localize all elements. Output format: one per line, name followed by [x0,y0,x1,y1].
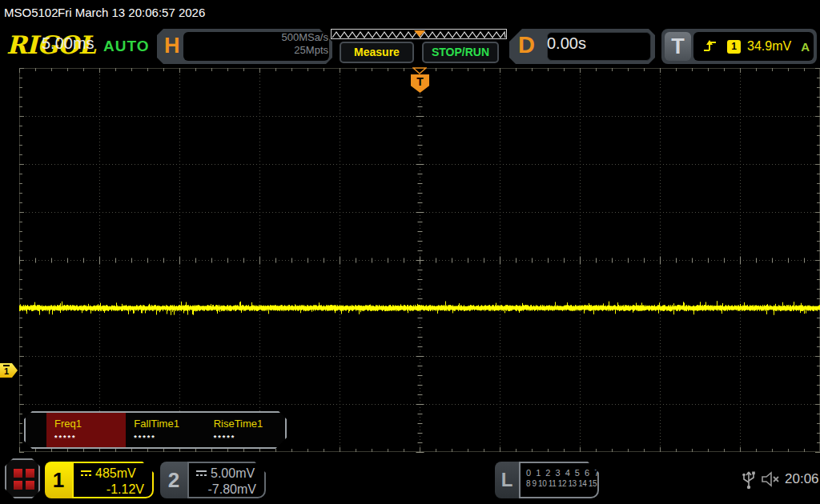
measurement-results-box: Freq1 ***** FallTime1 ***** RiseTime1 **… [24,411,287,449]
channel1-scale: 485mV [95,466,136,482]
measure-button[interactable]: Measure [340,42,414,63]
menu-grid-button[interactable] [5,458,40,498]
channel2-number: 2 [160,462,187,498]
logic-label: L [495,462,519,498]
datetime-label: Fri March 13 20:06:57 2026 [58,6,205,19]
trigger-source-badge: 1 [727,40,741,54]
horizontal-label: H [164,34,180,58]
logic-analyzer-block[interactable]: L 0 1 2 3 4 5 6 7 8 9 10 11 12 13 14 15 [495,462,599,498]
trigger-level-value: 34.9mV [747,39,791,54]
timebase-value: 5.00ms [42,34,94,53]
oscilloscope-screen: MSO5102 Fri March 13 20:06:57 2026 RIGOL… [0,0,820,504]
channel2-values: 5.00mV -7.80mV [187,462,266,498]
waveform-graticule [0,67,820,454]
memory-position-pointer-icon [414,30,425,37]
channel1-values: 485mV -1.12V [72,462,154,498]
muted-speaker-icon[interactable] [761,470,780,488]
channel2-status-block[interactable]: 2 5.00mV -7.80mV [160,462,266,498]
channel2-offset: -7.80mV [195,482,258,497]
channel1-offset: -1.12V [80,482,146,497]
dc-coupling-icon [195,470,207,478]
measurement-freq1[interactable]: Freq1 ***** [46,413,126,447]
rising-edge-icon [703,39,718,54]
memory-depth: 25Mpts [210,44,328,57]
stop-run-button[interactable]: STOP/RUN [422,42,499,63]
channel1-number: 1 [45,462,72,498]
logic-channels: 0 1 2 3 4 5 6 7 8 9 10 11 12 13 14 15 [519,462,599,498]
measurement-risetime1[interactable]: RiseTime1 ***** [206,413,285,447]
dc-coupling-icon [80,470,92,478]
red-grid-icon [14,469,34,490]
usb-plug-icon [742,468,756,490]
sample-rate-memory: 500MSa/s 25Mpts [210,31,328,57]
sample-rate: 500MSa/s [210,31,328,44]
model-label: MSO5102 [4,6,58,19]
clock: 20:06 [785,471,819,487]
trigger-label: T [665,32,691,61]
channel1-status-block[interactable]: 1 485mV -1.12V [45,462,154,498]
memory-position-indicator[interactable] [331,29,507,39]
measurement-falltime1[interactable]: FallTime1 ***** [126,413,205,447]
title-bar: MSO5102 Fri March 13 20:06:57 2026 [0,0,820,24]
delay-value: 0.00s [547,34,586,53]
trigger-sweep-mode: A [801,40,810,54]
trigger-position-top-icon[interactable] [412,67,427,74]
logic-channels-row2: 8 9 10 11 12 13 14 15 [526,478,597,490]
trigger-status-auto: AUTO [103,38,149,55]
channel2-scale: 5.00mV [211,466,255,482]
delay-label: D [518,32,535,58]
logic-channels-row1: 0 1 2 3 4 5 6 7 [526,467,597,478]
trigger-block[interactable]: T 1 34.9mV A [661,29,817,64]
trigger-inner-panel: 1 34.9mV A [693,32,814,61]
